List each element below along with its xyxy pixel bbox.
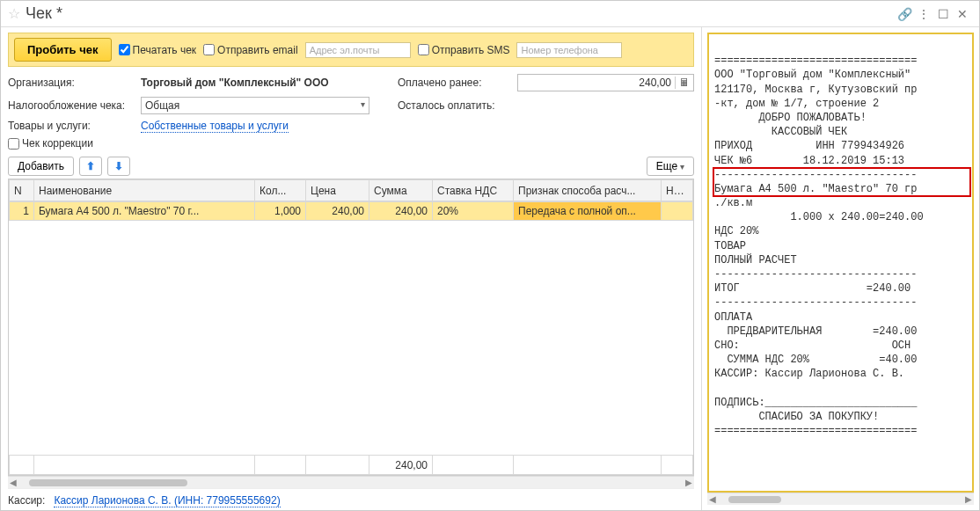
paid-earlier-input[interactable]: 240,00 🖩 bbox=[517, 74, 694, 91]
cell-vat[interactable]: 20% bbox=[433, 202, 514, 221]
organization-label: Организация: bbox=[8, 77, 135, 89]
arrow-down-icon: ⬇ bbox=[114, 160, 123, 172]
maximize-icon[interactable]: ☐ bbox=[933, 7, 953, 21]
send-sms-label: Отправить SMS bbox=[432, 44, 510, 56]
arrow-up-icon: ⬆ bbox=[86, 160, 95, 172]
col-nom[interactable]: Но... bbox=[662, 180, 693, 201]
col-payment-sign[interactable]: Признак способа расч... bbox=[514, 180, 662, 201]
receipt-scrollbar[interactable]: ◀ ▶ bbox=[707, 493, 974, 505]
col-vat[interactable]: Ставка НДС bbox=[433, 180, 514, 201]
cell-qty[interactable]: 1,000 bbox=[255, 202, 306, 221]
col-qty[interactable]: Кол... bbox=[255, 180, 306, 201]
cell-nom[interactable] bbox=[662, 202, 693, 221]
cell-payment-sign[interactable]: Передача с полной оп... bbox=[514, 202, 662, 221]
move-down-button[interactable]: ⬇ bbox=[107, 157, 130, 176]
link-icon[interactable]: 🔗 bbox=[895, 7, 914, 21]
send-email-label: Отправить email bbox=[217, 44, 298, 56]
print-receipt-label: Печатать чек bbox=[133, 44, 197, 56]
taxation-select[interactable]: Общая bbox=[141, 97, 369, 114]
favorite-star-icon[interactable]: ☆ bbox=[8, 5, 20, 22]
menu-icon[interactable]: ⋮ bbox=[914, 7, 933, 21]
goods-services-link[interactable]: Собственные товары и услуги bbox=[141, 120, 289, 133]
organization-value: Торговый дом "Комплексный" ООО bbox=[141, 77, 369, 89]
correction-receipt-checkbox[interactable]: Чек коррекции bbox=[8, 137, 694, 150]
scroll-right-icon[interactable]: ▶ bbox=[684, 478, 694, 487]
scroll-thumb[interactable] bbox=[29, 479, 187, 486]
col-price[interactable]: Цена bbox=[306, 180, 369, 201]
col-sum[interactable]: Сумма bbox=[369, 180, 433, 201]
calculator-icon[interactable]: 🖩 bbox=[675, 77, 690, 89]
cell-price[interactable]: 240,00 bbox=[306, 202, 369, 221]
paid-earlier-label: Оплачено ранее: bbox=[398, 77, 512, 89]
col-name[interactable]: Наименование bbox=[34, 180, 255, 201]
send-sms-checkbox[interactable]: Отправить SMS bbox=[418, 44, 510, 56]
remains-to-pay-label: Осталось оплатить: bbox=[398, 99, 512, 112]
phone-input[interactable]: Номер телефона bbox=[516, 42, 622, 58]
send-email-checkbox[interactable]: Отправить email bbox=[203, 44, 298, 56]
col-n[interactable]: N bbox=[10, 180, 34, 201]
horizontal-scrollbar[interactable]: ◀ ▶ bbox=[8, 476, 694, 488]
footer-sum: 240,00 bbox=[369, 456, 433, 475]
scroll-thumb[interactable] bbox=[728, 496, 781, 503]
cell-name[interactable]: Бумага А4 500 л. "Maestro" 70 г... bbox=[34, 202, 255, 221]
receipt-preview: ================================ ООО "То… bbox=[707, 33, 974, 493]
cell-sum[interactable]: 240,00 bbox=[369, 202, 433, 221]
cashier-link[interactable]: Кассир Ларионова С. В. (ИНН: 77995555569… bbox=[54, 494, 280, 507]
add-row-button[interactable]: Добавить bbox=[8, 157, 74, 176]
taxation-label: Налогообложение чека: bbox=[8, 99, 135, 112]
move-up-button[interactable]: ⬆ bbox=[79, 157, 102, 176]
print-receipt-checkbox[interactable]: Печатать чек bbox=[119, 44, 197, 56]
scroll-left-icon[interactable]: ◀ bbox=[707, 494, 718, 504]
close-icon[interactable]: ✕ bbox=[953, 7, 972, 21]
scroll-right-icon[interactable]: ▶ bbox=[963, 494, 974, 504]
goods-services-label: Товары и услуги: bbox=[8, 120, 135, 132]
scroll-left-icon[interactable]: ◀ bbox=[8, 478, 18, 487]
email-input[interactable]: Адрес эл.почты bbox=[305, 42, 411, 58]
more-menu-button[interactable]: Еще bbox=[647, 157, 694, 176]
correction-receipt-label: Чек коррекции bbox=[22, 137, 93, 150]
cell-n[interactable]: 1 bbox=[10, 202, 34, 221]
cashier-label: Кассир: bbox=[8, 494, 45, 507]
submit-receipt-button[interactable]: Пробить чек bbox=[14, 38, 112, 62]
table-row[interactable]: 1 Бумага А4 500 л. "Maestro" 70 г... 1,0… bbox=[10, 202, 693, 221]
page-title: Чек * bbox=[26, 4, 895, 23]
